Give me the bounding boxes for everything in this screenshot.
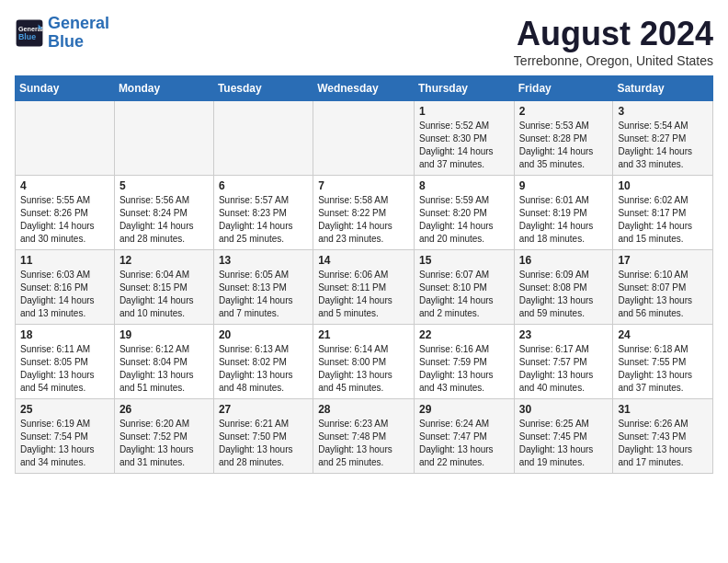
day-content: Sunrise: 6:16 AM Sunset: 7:59 PM Dayligh…: [419, 343, 509, 395]
calendar-day-cell: 11Sunrise: 6:03 AM Sunset: 8:16 PM Dayli…: [16, 250, 115, 325]
calendar-day-cell: 4Sunrise: 5:55 AM Sunset: 8:26 PM Daylig…: [16, 176, 115, 250]
day-content: Sunrise: 5:54 AM Sunset: 8:27 PM Dayligh…: [618, 120, 708, 171]
day-content: Sunrise: 5:55 AM Sunset: 8:26 PM Dayligh…: [20, 194, 109, 246]
calendar-day-cell: [213, 101, 313, 176]
day-content: Sunrise: 6:05 AM Sunset: 8:13 PM Dayligh…: [219, 269, 308, 320]
calendar-day-cell: 17Sunrise: 6:10 AM Sunset: 8:07 PM Dayli…: [613, 250, 713, 325]
day-number: 9: [519, 179, 609, 192]
day-content: Sunrise: 6:17 AM Sunset: 7:57 PM Dayligh…: [519, 343, 609, 395]
day-content: Sunrise: 6:20 AM Sunset: 7:52 PM Dayligh…: [119, 418, 209, 469]
weekday-header-cell: Saturday: [613, 76, 713, 101]
day-content: Sunrise: 6:24 AM Sunset: 7:47 PM Dayligh…: [419, 418, 509, 469]
day-number: 17: [618, 254, 708, 267]
weekday-header-row: SundayMondayTuesdayWednesdayThursdayFrid…: [16, 76, 713, 101]
calendar-day-cell: [313, 101, 415, 176]
calendar-week-row: 25Sunrise: 6:19 AM Sunset: 7:54 PM Dayli…: [16, 399, 713, 474]
svg-text:Blue: Blue: [18, 32, 36, 41]
calendar-day-cell: 28Sunrise: 6:23 AM Sunset: 7:48 PM Dayli…: [313, 399, 415, 474]
day-number: 2: [519, 105, 609, 118]
calendar-day-cell: 16Sunrise: 6:09 AM Sunset: 8:08 PM Dayli…: [514, 250, 613, 325]
calendar-day-cell: 25Sunrise: 6:19 AM Sunset: 7:54 PM Dayli…: [16, 399, 115, 474]
day-content: Sunrise: 6:02 AM Sunset: 8:17 PM Dayligh…: [618, 194, 708, 246]
day-content: Sunrise: 5:59 AM Sunset: 8:20 PM Dayligh…: [419, 194, 509, 246]
day-number: 25: [20, 403, 109, 416]
day-content: Sunrise: 6:21 AM Sunset: 7:50 PM Dayligh…: [219, 418, 308, 469]
calendar-day-cell: 24Sunrise: 6:18 AM Sunset: 7:55 PM Dayli…: [613, 325, 713, 399]
day-content: Sunrise: 6:25 AM Sunset: 7:45 PM Dayligh…: [519, 418, 609, 469]
day-number: 11: [20, 254, 109, 267]
calendar-day-cell: 27Sunrise: 6:21 AM Sunset: 7:50 PM Dayli…: [213, 399, 313, 474]
day-number: 1: [419, 105, 509, 118]
calendar-table: SundayMondayTuesdayWednesdayThursdayFrid…: [15, 75, 713, 474]
logo-line2: Blue: [48, 32, 84, 51]
day-content: Sunrise: 6:19 AM Sunset: 7:54 PM Dayligh…: [20, 418, 109, 469]
day-number: 29: [419, 403, 509, 416]
day-content: Sunrise: 6:07 AM Sunset: 8:10 PM Dayligh…: [419, 269, 509, 320]
calendar-day-cell: 12Sunrise: 6:04 AM Sunset: 8:15 PM Dayli…: [114, 250, 213, 325]
day-content: Sunrise: 5:57 AM Sunset: 8:23 PM Dayligh…: [219, 194, 308, 246]
day-number: 8: [419, 179, 509, 192]
day-content: Sunrise: 6:13 AM Sunset: 8:02 PM Dayligh…: [219, 343, 308, 395]
calendar-day-cell: 19Sunrise: 6:12 AM Sunset: 8:04 PM Dayli…: [114, 325, 213, 399]
day-number: 16: [519, 254, 609, 267]
day-number: 24: [618, 328, 708, 341]
day-content: Sunrise: 6:14 AM Sunset: 8:00 PM Dayligh…: [318, 343, 409, 395]
day-number: 20: [219, 328, 308, 341]
calendar-day-cell: 14Sunrise: 6:06 AM Sunset: 8:11 PM Dayli…: [313, 250, 415, 325]
day-content: Sunrise: 5:56 AM Sunset: 8:24 PM Dayligh…: [119, 194, 209, 246]
day-number: 5: [119, 179, 209, 192]
calendar-day-cell: 22Sunrise: 6:16 AM Sunset: 7:59 PM Dayli…: [414, 325, 514, 399]
day-content: Sunrise: 5:53 AM Sunset: 8:28 PM Dayligh…: [519, 120, 609, 171]
logo: General Blue General Blue: [15, 15, 109, 52]
day-number: 31: [618, 403, 708, 416]
day-number: 26: [119, 403, 209, 416]
calendar-day-cell: 20Sunrise: 6:13 AM Sunset: 8:02 PM Dayli…: [213, 325, 313, 399]
calendar-day-cell: 26Sunrise: 6:20 AM Sunset: 7:52 PM Dayli…: [114, 399, 213, 474]
calendar-day-cell: 30Sunrise: 6:25 AM Sunset: 7:45 PM Dayli…: [514, 399, 613, 474]
calendar-day-cell: 15Sunrise: 6:07 AM Sunset: 8:10 PM Dayli…: [414, 250, 514, 325]
day-content: Sunrise: 6:06 AM Sunset: 8:11 PM Dayligh…: [318, 269, 409, 320]
calendar-day-cell: 13Sunrise: 6:05 AM Sunset: 8:13 PM Dayli…: [213, 250, 313, 325]
day-number: 19: [119, 328, 209, 341]
calendar-day-cell: 6Sunrise: 5:57 AM Sunset: 8:23 PM Daylig…: [213, 176, 313, 250]
calendar-day-cell: [114, 101, 213, 176]
page-subtitle: Terrebonne, Oregon, United States: [514, 53, 713, 68]
day-content: Sunrise: 6:03 AM Sunset: 8:16 PM Dayligh…: [20, 269, 109, 320]
weekday-header-cell: Tuesday: [213, 76, 313, 101]
title-area: August 2024 Terrebonne, Oregon, United S…: [514, 15, 713, 68]
calendar-day-cell: 31Sunrise: 6:26 AM Sunset: 7:43 PM Dayli…: [613, 399, 713, 474]
calendar-week-row: 18Sunrise: 6:11 AM Sunset: 8:05 PM Dayli…: [16, 325, 713, 399]
weekday-header-cell: Sunday: [16, 76, 115, 101]
day-content: Sunrise: 6:12 AM Sunset: 8:04 PM Dayligh…: [119, 343, 209, 395]
calendar-day-cell: 29Sunrise: 6:24 AM Sunset: 7:47 PM Dayli…: [414, 399, 514, 474]
weekday-header-cell: Monday: [114, 76, 213, 101]
calendar-day-cell: 2Sunrise: 5:53 AM Sunset: 8:28 PM Daylig…: [514, 101, 613, 176]
calendar-day-cell: 21Sunrise: 6:14 AM Sunset: 8:00 PM Dayli…: [313, 325, 415, 399]
calendar-day-cell: 18Sunrise: 6:11 AM Sunset: 8:05 PM Dayli…: [16, 325, 115, 399]
weekday-header-cell: Friday: [514, 76, 613, 101]
day-number: 23: [519, 328, 609, 341]
day-content: Sunrise: 6:11 AM Sunset: 8:05 PM Dayligh…: [20, 343, 109, 395]
calendar-day-cell: 3Sunrise: 5:54 AM Sunset: 8:27 PM Daylig…: [613, 101, 713, 176]
header: General Blue General Blue August 2024 Te…: [15, 15, 713, 68]
calendar-day-cell: 10Sunrise: 6:02 AM Sunset: 8:17 PM Dayli…: [613, 176, 713, 250]
day-content: Sunrise: 6:26 AM Sunset: 7:43 PM Dayligh…: [618, 418, 708, 469]
weekday-header-cell: Wednesday: [313, 76, 415, 101]
calendar-day-cell: 23Sunrise: 6:17 AM Sunset: 7:57 PM Dayli…: [514, 325, 613, 399]
calendar-day-cell: 8Sunrise: 5:59 AM Sunset: 8:20 PM Daylig…: [414, 176, 514, 250]
calendar-week-row: 11Sunrise: 6:03 AM Sunset: 8:16 PM Dayli…: [16, 250, 713, 325]
day-number: 18: [20, 328, 109, 341]
day-number: 15: [419, 254, 509, 267]
day-content: Sunrise: 5:58 AM Sunset: 8:22 PM Dayligh…: [318, 194, 409, 246]
calendar-body: 1Sunrise: 5:52 AM Sunset: 8:30 PM Daylig…: [16, 101, 713, 474]
day-number: 21: [318, 328, 409, 341]
calendar-week-row: 4Sunrise: 5:55 AM Sunset: 8:26 PM Daylig…: [16, 176, 713, 250]
day-content: Sunrise: 6:10 AM Sunset: 8:07 PM Dayligh…: [618, 269, 708, 320]
day-number: 22: [419, 328, 509, 341]
day-number: 14: [318, 254, 409, 267]
day-content: Sunrise: 6:04 AM Sunset: 8:15 PM Dayligh…: [119, 269, 209, 320]
day-number: 27: [219, 403, 308, 416]
calendar-day-cell: [16, 101, 115, 176]
day-number: 4: [20, 179, 109, 192]
calendar-day-cell: 1Sunrise: 5:52 AM Sunset: 8:30 PM Daylig…: [414, 101, 514, 176]
